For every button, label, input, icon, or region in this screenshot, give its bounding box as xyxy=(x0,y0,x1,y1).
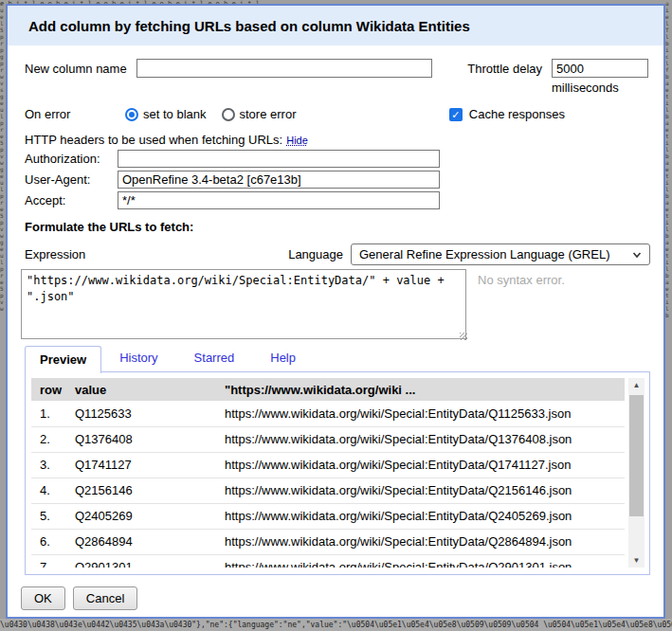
radio-off-icon xyxy=(222,108,235,121)
preview-table-header: row value "https://www.wikidata.org/wiki… xyxy=(31,378,625,401)
expression-row: Expression Language General Refine Expre… xyxy=(25,243,650,265)
scrollbar-thumb[interactable] xyxy=(629,395,644,516)
set-to-blank-label: set to blank xyxy=(143,107,207,121)
table-row: 7. Q2901301 https://www.wikidata.org/wik… xyxy=(31,554,625,568)
tab-history[interactable]: History xyxy=(101,345,175,372)
row-url: https://www.wikidata.org/wiki/Special:En… xyxy=(221,503,625,529)
column-header-row: row xyxy=(31,378,71,401)
user-agent-label: User-Agent: xyxy=(25,172,118,187)
row-value: Q2864894 xyxy=(71,529,221,554)
dialog-footer: OK Cancel xyxy=(21,586,145,610)
background-page-bottom-sliver: \u0430\u0438\u043e\u0442\u0435\u043a\u04… xyxy=(0,619,672,631)
background-page-right-sliver: a i e l T l b i c l f b a e t i l b a e … xyxy=(665,0,672,631)
row-url: https://www.wikidata.org/wiki/Special:En… xyxy=(221,426,625,452)
row-url: https://www.wikidata.org/wiki/Special:En… xyxy=(221,401,625,426)
row-index: 2. xyxy=(31,426,71,452)
row-url: https://www.wikidata.org/wiki/Special:En… xyxy=(221,529,625,554)
table-row: 6. Q2864894 https://www.wikidata.org/wik… xyxy=(31,529,625,554)
chevron-down-icon xyxy=(632,250,642,260)
cache-responses-checkbox[interactable]: ✓ Cache responses xyxy=(449,107,565,121)
tab-starred[interactable]: Starred xyxy=(176,345,253,372)
preview-tabs: Preview History Starred Help xyxy=(25,345,314,372)
accept-label: Accept: xyxy=(25,193,118,207)
cancel-button[interactable]: Cancel xyxy=(73,586,137,610)
textarea-resize-grip[interactable] xyxy=(460,333,467,340)
preview-table: row value "https://www.wikidata.org/wiki… xyxy=(31,378,625,568)
tab-preview[interactable]: Preview xyxy=(25,346,101,373)
column-header-url: "https://www.wikidata.org/wiki ... xyxy=(221,378,625,401)
row-value: Q2156146 xyxy=(71,478,221,503)
radio-set-to-blank[interactable]: set to blank xyxy=(125,107,207,121)
tab-help[interactable]: Help xyxy=(252,345,314,372)
table-row: 1. Q1125633 https://www.wikidata.org/wik… xyxy=(31,401,625,426)
preview-table-scroll-area: row value "https://www.wikidata.org/wiki… xyxy=(31,378,625,568)
row-index: 4. xyxy=(31,478,71,503)
cache-responses-label: Cache responses xyxy=(469,107,565,121)
row-url: https://www.wikidata.org/wiki/Special:En… xyxy=(221,478,625,503)
dialog-title: Add column by fetching URLs based on col… xyxy=(28,18,470,34)
checkbox-checked-icon: ✓ xyxy=(449,108,463,121)
user-agent-input[interactable] xyxy=(118,171,440,189)
expression-textarea[interactable]: "https://www.wikidata.org/wiki/Special:E… xyxy=(21,269,466,339)
table-row: 3. Q1741127 https://www.wikidata.org/wik… xyxy=(31,452,625,478)
http-headers-heading: HTTP headers to be used when fetching UR… xyxy=(25,133,282,147)
dialog-header: Add column by fetching URLs based on col… xyxy=(8,6,663,45)
throttle-delay-input[interactable] xyxy=(552,59,648,78)
radio-store-error[interactable]: store error xyxy=(222,107,297,121)
scrollbar-up-arrow-icon[interactable]: ▲ xyxy=(628,378,645,392)
table-row: 4. Q2156146 https://www.wikidata.org/wik… xyxy=(31,478,625,503)
language-select-value: General Refine Expression Language (GREL… xyxy=(359,247,632,261)
add-column-fetch-urls-dialog: Add column by fetching URLs based on col… xyxy=(6,4,665,619)
new-column-row: New column name Throttle delay milliseco… xyxy=(25,59,648,95)
preview-scrollbar[interactable]: ▲ ▼ xyxy=(628,378,645,568)
preview-panel: row value "https://www.wikidata.org/wiki… xyxy=(25,371,650,575)
syntax-status: No syntax error. xyxy=(478,273,565,287)
formulate-heading: Formulate the URLs to fetch: xyxy=(25,220,193,234)
new-column-name-input[interactable] xyxy=(136,59,432,78)
throttle-unit-label: milliseconds xyxy=(552,81,648,95)
table-row: 5. Q2405269 https://www.wikidata.org/wik… xyxy=(31,503,625,529)
row-value: Q1741127 xyxy=(71,452,221,478)
authorization-input[interactable] xyxy=(118,150,440,168)
radio-on-icon xyxy=(125,108,138,121)
http-headers-heading-row: HTTP headers to be used when fetching UR… xyxy=(25,133,308,147)
row-index: 5. xyxy=(31,503,71,529)
language-label: Language xyxy=(288,247,343,261)
table-row: 2. Q1376408 https://www.wikidata.org/wik… xyxy=(31,426,625,452)
row-url: https://www.wikidata.org/wiki/Special:En… xyxy=(221,452,625,478)
language-group: Language General Refine Expression Langu… xyxy=(288,243,650,265)
row-index: 6. xyxy=(31,529,71,554)
on-error-row: On error set to blank store error ✓ Cach… xyxy=(25,107,648,121)
row-index: 3. xyxy=(31,452,71,478)
accept-input[interactable] xyxy=(118,191,440,209)
row-value: Q1376408 xyxy=(71,426,221,452)
authorization-label: Authorization: xyxy=(25,152,118,166)
throttle-group: Throttle delay milliseconds xyxy=(467,59,648,95)
scrollbar-down-arrow-icon[interactable]: ▼ xyxy=(628,553,645,568)
row-url: https://www.wikidata.org/wiki/Special:En… xyxy=(221,554,625,568)
expression-label: Expression xyxy=(25,247,85,261)
ok-button[interactable]: OK xyxy=(21,586,65,610)
column-header-value: value xyxy=(71,378,221,401)
row-value: Q2901301 xyxy=(71,554,221,568)
new-column-name-label: New column name xyxy=(25,59,127,76)
hide-link[interactable]: Hide xyxy=(286,135,308,146)
row-value: Q2405269 xyxy=(71,503,221,529)
row-index: 7. xyxy=(31,554,71,568)
row-value: Q1125633 xyxy=(71,401,221,426)
row-index: 1. xyxy=(31,401,71,426)
language-select[interactable]: General Refine Expression Language (GREL… xyxy=(351,243,650,265)
on-error-label: On error xyxy=(25,107,125,121)
http-headers-grid: Authorization: User-Agent: Accept: xyxy=(25,150,440,209)
store-error-label: store error xyxy=(240,107,297,121)
throttle-delay-label: Throttle delay xyxy=(467,59,542,76)
